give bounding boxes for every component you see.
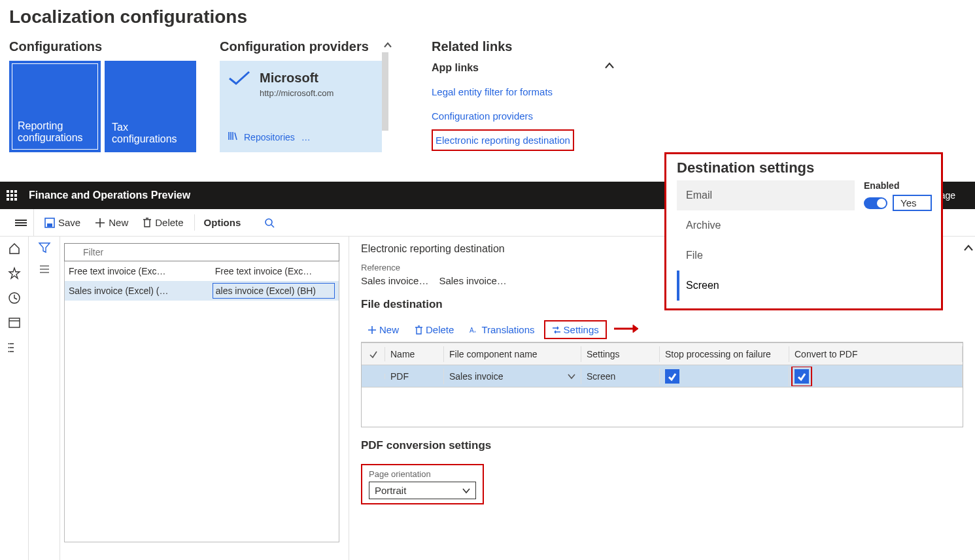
svg-point-3 (265, 219, 272, 225)
providers-section: Configuration providers Microsoft http:/… (220, 39, 394, 152)
chevron-up-icon[interactable] (963, 243, 974, 255)
delete-button[interactable]: Delete (136, 214, 190, 231)
list-view-icon[interactable] (39, 263, 50, 277)
configurations-section: Configurations Reporting configurations … (9, 39, 196, 152)
tile-tax-configurations[interactable]: Tax configurations (105, 61, 196, 152)
settings-button[interactable]: Settings (544, 320, 607, 339)
enabled-label: Enabled (864, 180, 932, 191)
destination-list: Email Archive File Screen (677, 180, 855, 301)
check-icon (228, 71, 250, 88)
app-links-label: App links (432, 62, 479, 74)
page-orientation-group: Page orientation Portrait (361, 464, 484, 504)
delete-label: Delete (426, 324, 454, 335)
chevron-up-icon[interactable] (382, 39, 394, 51)
view-options-button[interactable] (8, 209, 34, 236)
related-links-section: Related links App links Legal entity fil… (432, 39, 615, 152)
svg-rect-2 (47, 223, 52, 227)
delete-label: Delete (155, 217, 183, 228)
filter-input[interactable] (64, 243, 339, 261)
cell-stop[interactable] (660, 367, 789, 386)
filter-icon[interactable] (39, 242, 50, 255)
tile-label: Reporting configurations (18, 120, 92, 144)
chevron-down-icon (568, 372, 575, 380)
col-stop[interactable]: Stop processing on failure (660, 346, 789, 362)
enabled-toggle[interactable] (864, 197, 887, 209)
list-panel: Free text invoice (Exc… Free text invoic… (60, 237, 349, 560)
workspace-icon[interactable] (8, 316, 21, 329)
chevron-up-icon (604, 61, 615, 74)
svg-text:A: A (470, 327, 474, 334)
modules-icon[interactable] (8, 341, 21, 354)
provider-card[interactable]: Microsoft http://microsoft.com Repositor… (220, 61, 382, 152)
col-name[interactable]: Name (385, 346, 444, 362)
pdf-conversion-header: PDF conversion settings (361, 439, 963, 452)
cell-component[interactable]: Sales invoice (444, 369, 581, 384)
grid-row[interactable]: PDF Sales invoice Screen (362, 365, 963, 387)
list-body: Free text invoice (Exc… Free text invoic… (64, 261, 339, 542)
annotation-arrow-icon (613, 323, 638, 336)
select-all-checkbox[interactable] (362, 347, 385, 361)
new-button[interactable]: New (88, 214, 135, 231)
svg-point-7 (8, 347, 9, 348)
list-item[interactable]: Sales invoice (Excel) (… ales invoice (E… (65, 281, 339, 301)
configurations-heading: Configurations (9, 39, 196, 54)
grid-header-row: Name File component name Settings Stop p… (362, 343, 963, 365)
tile-label: Tax configurations (112, 122, 189, 145)
library-icon (228, 131, 237, 142)
recent-icon[interactable] (8, 291, 21, 305)
translations-button[interactable]: Aᵃ Translations (463, 321, 541, 338)
list-item-col1: Sales invoice (Excel) (… (69, 286, 213, 296)
file-dest-commands: New Delete Aᵃ Translations Settings (361, 318, 963, 342)
tile-reporting-configurations[interactable]: Reporting configurations (9, 61, 101, 152)
list-item-col2-edit[interactable]: ales invoice (Excel) (BH) (213, 283, 335, 299)
provider-url: http://microsoft.com (260, 88, 334, 98)
cell-component-value: Sales invoice (449, 371, 504, 382)
delete-button[interactable]: Delete (408, 321, 460, 338)
reference-value: Sales invoice… (439, 275, 506, 286)
more-icon[interactable]: … (301, 132, 312, 142)
file-destination-grid: Name File component name Settings Stop p… (361, 342, 963, 427)
col-settings[interactable]: Settings (581, 346, 660, 362)
options-button[interactable]: Options (194, 214, 248, 231)
orientation-select[interactable]: Portrait (369, 482, 476, 499)
link-electronic-reporting-destination[interactable]: Electronic reporting destination (432, 129, 574, 151)
home-icon[interactable] (8, 242, 21, 255)
provider-scroll[interactable] (382, 39, 394, 152)
save-button[interactable]: Save (38, 214, 87, 231)
save-label: Save (58, 217, 80, 228)
options-label: Options (204, 217, 241, 228)
svg-text:ᵃ: ᵃ (474, 330, 476, 335)
enabled-value[interactable]: Yes (893, 195, 932, 211)
list-item-col1: Free text invoice (Exc… (69, 266, 213, 276)
cell-settings[interactable]: Screen (581, 369, 660, 384)
waffle-icon[interactable] (7, 190, 17, 201)
new-label: New (379, 324, 399, 335)
svg-rect-5 (9, 318, 20, 327)
translations-label: Translations (481, 324, 534, 335)
orientation-label: Page orientation (369, 469, 476, 479)
col-component[interactable]: File component name (444, 346, 581, 362)
app-links-header[interactable]: App links (432, 61, 615, 74)
svg-point-8 (8, 351, 9, 352)
dest-item-email[interactable]: Email (677, 180, 855, 210)
dest-item-archive[interactable]: Archive (677, 210, 855, 240)
nav-rail (0, 237, 29, 560)
new-button[interactable]: New (361, 321, 405, 338)
svg-point-6 (8, 343, 9, 344)
link-legal-entity-filter[interactable]: Legal entity filter for formats (432, 80, 615, 104)
enabled-section: Enabled Yes (864, 180, 932, 301)
list-item-col2: Free text invoice (Exc… (213, 263, 335, 279)
provider-name: Microsoft (260, 71, 334, 86)
search-button[interactable] (258, 215, 281, 231)
favorite-icon[interactable] (8, 267, 21, 280)
link-configuration-providers[interactable]: Configuration providers (432, 104, 615, 128)
col-pdf[interactable]: Convert to PDF (789, 346, 963, 362)
destination-settings-popover: Destination settings Email Archive File … (664, 152, 943, 310)
cell-convert-pdf[interactable] (789, 367, 963, 386)
dest-item-screen[interactable]: Screen (677, 271, 855, 301)
repositories-link[interactable]: Repositories (244, 132, 295, 142)
dest-item-file[interactable]: File (677, 240, 855, 271)
row-selector[interactable] (362, 374, 385, 379)
list-item[interactable]: Free text invoice (Exc… Free text invoic… (65, 261, 339, 281)
cell-name[interactable]: PDF (385, 369, 444, 384)
